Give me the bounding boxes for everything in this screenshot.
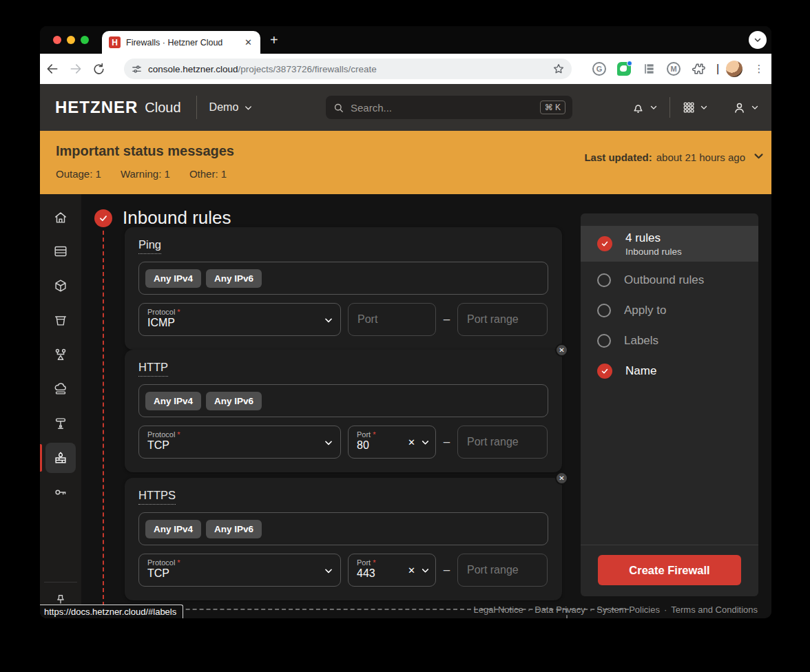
source-chip[interactable]: Any IPv6 — [206, 520, 262, 538]
browser-toolbar: console.hetzner.cloud/projects/3873726/f… — [40, 54, 771, 84]
browser-tab[interactable]: H Firewalls · Hetzner Cloud ✕ — [102, 31, 260, 54]
toolbar-separator: | — [709, 61, 726, 77]
rule-name-input[interactable]: Ping — [138, 238, 161, 254]
project-name: Demo — [209, 101, 239, 114]
grid-icon — [682, 101, 696, 114]
protocol-select[interactable]: Protocol* ICMP — [138, 303, 341, 336]
source-chip[interactable]: Any IPv6 — [206, 269, 262, 288]
section-check-icon — [94, 209, 112, 227]
firewall-rule-card: ✕ HTTPS Any IPv4Any IPv6 Protocol* TCP P… — [125, 478, 562, 600]
port-input[interactable]: Port* 443 ✕ — [348, 554, 436, 587]
avatar — [726, 61, 742, 77]
minimize-window-button[interactable] — [67, 36, 75, 44]
apps-menu-button[interactable] — [682, 101, 708, 114]
sidebar-item-firewalls[interactable] — [45, 443, 76, 473]
reload-icon — [92, 63, 105, 76]
new-tab-button[interactable]: + — [270, 34, 278, 46]
extension-tabs-button[interactable] — [641, 61, 657, 77]
source-chip[interactable]: Any IPv4 — [145, 392, 201, 410]
sidebar-item-servers[interactable] — [45, 236, 76, 266]
sidebar-item-networks[interactable] — [45, 408, 76, 439]
remove-rule-button[interactable]: ✕ — [555, 472, 568, 485]
rule-name-input[interactable]: HTTP — [138, 361, 168, 377]
zoom-window-button[interactable] — [81, 36, 89, 44]
search-input[interactable]: Search... ⌘ K — [326, 96, 572, 119]
port-input[interactable]: Port* 80 ✕ — [348, 426, 436, 459]
port-range-input[interactable]: Port range — [457, 426, 548, 459]
sidebar-item-security[interactable] — [45, 477, 76, 507]
clear-port-icon[interactable]: ✕ — [408, 565, 415, 576]
rule-name-input[interactable]: HTTPS — [138, 489, 176, 505]
sidebar-item-volumes[interactable] — [45, 305, 76, 335]
tab-tree-icon — [642, 62, 656, 76]
browser-menu-button[interactable]: ⋮ — [751, 61, 767, 77]
footer-link[interactable]: Terms and Conditions — [671, 605, 758, 615]
hetzner-favicon-icon: H — [109, 36, 121, 48]
sidebar-item-home[interactable] — [45, 202, 76, 233]
extension-grammarly-button[interactable]: G — [591, 61, 608, 77]
sidebar-item-load-balancers[interactable] — [45, 339, 76, 370]
tab-search-button[interactable] — [749, 31, 767, 49]
rule-sources-input[interactable]: Any IPv4Any IPv6 — [138, 262, 548, 295]
account-menu-button[interactable] — [732, 101, 759, 115]
source-chip[interactable]: Any IPv6 — [206, 392, 262, 410]
notifications-button[interactable] — [631, 101, 658, 115]
reload-button[interactable] — [92, 63, 116, 76]
source-chip[interactable]: Any IPv4 — [145, 520, 201, 538]
port-range-dash: – — [436, 563, 457, 577]
remove-rule-button[interactable]: ✕ — [555, 344, 568, 357]
bookmark-star-button[interactable] — [552, 63, 565, 75]
chevron-down-icon[interactable] — [421, 566, 430, 575]
banner-title: Important status messages — [56, 143, 234, 159]
site-settings-icon[interactable] — [131, 63, 143, 75]
network-icon — [53, 416, 68, 431]
footer-separator: · — [664, 605, 667, 615]
forward-button[interactable] — [69, 62, 92, 76]
chevron-down-icon — [754, 36, 762, 44]
rule-sources-input[interactable]: Any IPv4Any IPv6 — [138, 384, 548, 417]
wizard-step[interactable]: Name — [581, 356, 758, 386]
source-chip[interactable]: Any IPv4 — [145, 269, 201, 288]
extension-evernote-button[interactable] — [616, 61, 632, 77]
chevron-down-icon — [324, 315, 333, 325]
back-button[interactable] — [45, 62, 69, 76]
tab-close-icon[interactable]: ✕ — [243, 37, 253, 48]
footer-link[interactable]: Data Privacy — [534, 605, 585, 615]
close-window-button[interactable] — [53, 36, 61, 44]
wizard-step[interactable]: Outbound rules — [581, 265, 758, 295]
extension-m-button[interactable]: M — [665, 61, 682, 77]
main-content: Inbound rules Ping Any IPv4Any IPv6 Prot… — [40, 194, 771, 618]
chevron-down-icon — [324, 438, 333, 448]
page-title: Inbound rules — [123, 207, 231, 229]
port-range-input[interactable]: Port range — [457, 303, 548, 336]
sidebar-item-images[interactable] — [45, 271, 76, 301]
footer-link[interactable]: System Policies — [596, 605, 660, 615]
project-selector[interactable]: Demo — [209, 101, 253, 114]
step-label: Name — [625, 364, 656, 378]
hetzner-logo[interactable]: HETZNER — [55, 98, 138, 117]
protocol-select[interactable]: Protocol* TCP — [138, 426, 341, 459]
grammarly-icon: G — [592, 62, 606, 76]
clear-port-icon[interactable]: ✕ — [408, 437, 415, 448]
star-icon — [552, 63, 565, 75]
step-circle-icon — [597, 304, 611, 317]
protocol-select[interactable]: Protocol* TCP — [138, 554, 341, 587]
port-range-input[interactable]: Port range — [457, 554, 548, 587]
extensions-menu-button[interactable] — [690, 61, 707, 77]
address-bar[interactable]: console.hetzner.cloud/projects/3873726/f… — [124, 59, 572, 79]
footer-link[interactable]: Legal Notice — [474, 605, 523, 615]
wizard-step[interactable]: Apply to — [581, 295, 758, 326]
cloud-label: Cloud — [145, 100, 180, 116]
wizard-step[interactable]: Labels — [581, 326, 758, 356]
person-icon — [732, 101, 747, 115]
header-divider — [196, 96, 197, 119]
chevron-down-icon[interactable] — [421, 438, 430, 447]
tab-strip: H Firewalls · Hetzner Cloud ✕ + — [40, 26, 771, 54]
banner-expand-button[interactable] — [753, 150, 765, 162]
wizard-step[interactable]: 4 rulesInbound rules — [581, 226, 758, 262]
rule-sources-input[interactable]: Any IPv4Any IPv6 — [138, 512, 548, 545]
profile-button[interactable] — [726, 61, 742, 77]
create-firewall-button[interactable]: Create Firewall — [598, 555, 741, 585]
sidebar-item-floating-ips[interactable] — [45, 374, 76, 404]
wizard-progress-line — [103, 231, 104, 613]
